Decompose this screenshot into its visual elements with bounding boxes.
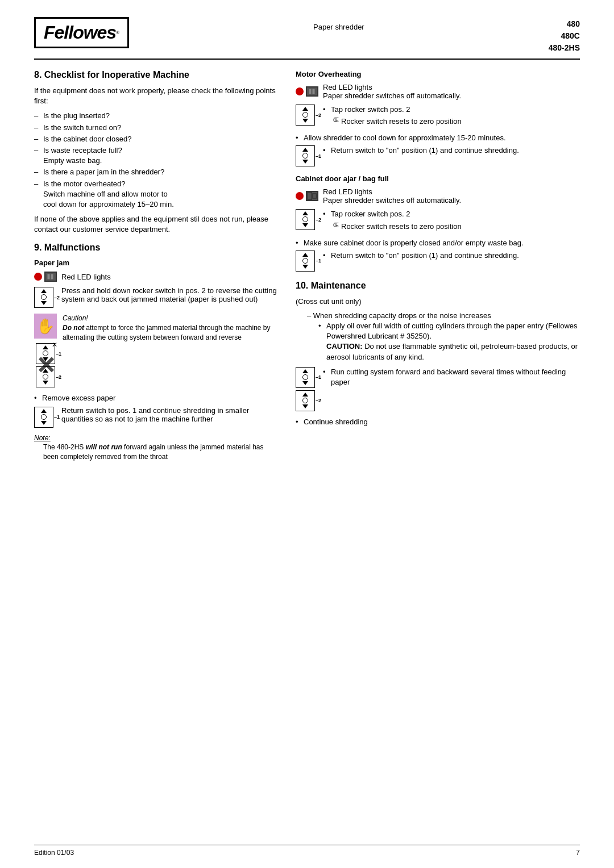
cabinet-switch-body2: –1: [296, 251, 315, 272]
logo-text: Fellowes: [44, 22, 116, 43]
motor-led-icons: [296, 86, 318, 97]
maintenance-switch-num1: –1: [316, 374, 321, 380]
col-right: Motor Overheating Red LED lights Paper s…: [296, 70, 580, 466]
motor-led-text-block: Red LED lights Paper shredder switches o…: [323, 83, 461, 100]
header: Fellowes® Paper shredder 480 480C 480-2H…: [34, 17, 580, 60]
motor-arrow-down: [302, 119, 308, 123]
switch-circle3: [43, 374, 48, 379]
paper-jam-title: Paper jam: [34, 258, 279, 267]
motor-arrow-up: [302, 107, 308, 111]
hand-icon: ✋: [34, 314, 57, 339]
switch-circle2: [43, 350, 48, 356]
footer: Edition 01/03 7: [34, 845, 580, 857]
maintenance-switch-body1: –1: [296, 367, 315, 388]
caution-paragraph: Do not attempt to force the jammed mater…: [63, 323, 279, 343]
switch-with-num: –2: [34, 287, 53, 308]
footer-edition: Edition 01/03: [34, 849, 74, 857]
cabinet-step1-row: –2 Tap rocker switch pos. 2 Rocker switc…: [296, 209, 580, 232]
motor-arrow-up2: [302, 148, 308, 152]
motor-led-square: [306, 86, 318, 97]
section10-subtitle: (Cross cut unit only): [296, 297, 580, 307]
maintenance-arrow-down2: [302, 404, 308, 408]
page: Fellowes® Paper shredder 480 480C 480-2H…: [0, 0, 614, 868]
switch-circle: [41, 294, 47, 300]
section10-step3: Continue shredding: [296, 417, 580, 427]
motor-step1-sub: Rocker switch resets to zero position: [323, 117, 462, 126]
arrow-down-icon2: [43, 357, 48, 361]
model2: 480C: [549, 30, 580, 42]
header-product: Paper shredder: [313, 23, 364, 31]
maintenance-switch-num2: –2: [316, 398, 321, 403]
crossed-switch-icons: –1 –2 ✕: [36, 343, 55, 387]
header-center: Paper shredder: [313, 17, 364, 31]
arrow-down-icon4: [41, 421, 47, 425]
cabinet-arrow-down2: [302, 265, 308, 269]
red-led-icon: [34, 273, 42, 281]
cabinet-switch-num: –2: [316, 217, 321, 223]
caution-do-not: Do not: [63, 324, 84, 332]
section9-title: 9. Malfunctions: [34, 243, 279, 253]
motor-switch-num2: –1: [316, 153, 321, 159]
cabinet-led-text-block: Red LED lights Paper shredder switches o…: [323, 187, 461, 205]
motor-step2: Allow shredder to cool down for approxim…: [296, 133, 580, 143]
motor-step3-row: –1 Return switch to "on" position (1) an…: [296, 145, 580, 166]
motor-led-row: Red LED lights Paper shredder switches o…: [296, 83, 580, 100]
paperjam-step2: Remove excess paper: [34, 393, 279, 403]
note-text: The 480-2HS will not run forward again u…: [34, 443, 279, 462]
cabinet-switch-body: –2: [296, 209, 315, 230]
col-left: 8. Checklist for Inoperative Machine If …: [34, 70, 279, 466]
logo-area: Fellowes®: [34, 17, 129, 48]
cabinet-arrow-down: [302, 223, 308, 227]
switch-pos2-icon: –2: [34, 286, 56, 308]
maintenance-switch-circle: [302, 374, 308, 380]
svg-rect-5: [313, 194, 317, 198]
footer-page: 7: [576, 849, 580, 857]
caution-icons: ✋ –1: [34, 314, 57, 387]
cabinet-red-led: [296, 192, 304, 200]
arrow-down-icon3: [43, 381, 48, 385]
led-square-icon: [44, 272, 57, 282]
cabinet-step1-text-block: Tap rocker switch pos. 2 Rocker switch r…: [323, 209, 462, 232]
list-item: Is waste receptacle full?Empty waste bag…: [34, 145, 279, 166]
list-item: Is the cabinet door closed?: [34, 134, 279, 144]
switch-body4: –1: [34, 407, 53, 428]
switch-body3-wrap: –2: [36, 366, 55, 387]
maintenance-switch-stack: –1 –2: [296, 367, 315, 411]
note-block: Note: The 480-2HS will not run forward a…: [34, 433, 279, 462]
cabinet-switch-circle: [302, 216, 308, 222]
section9: 9. Malfunctions Paper jam Red LED lights: [34, 243, 279, 462]
section10-item1a: – When shredding capacity drops or the n…: [307, 311, 580, 320]
cabinet-step3-row: –1 Return switch to "on" position (1) an…: [296, 251, 580, 272]
section8-outro: If none of the above applies and the equ…: [34, 214, 279, 235]
maintenance-switch-icon: –1 –2: [296, 367, 317, 411]
svg-rect-0: [47, 274, 50, 279]
section10-caution-label: CAUTION:: [326, 342, 363, 350]
main-content: 8. Checklist for Inoperative Machine If …: [34, 70, 580, 466]
section10-caution-text: Do not use flammable synthetic oil, petr…: [326, 342, 578, 361]
led-icons: [34, 272, 57, 282]
motor-switch-pos2-icon: –2: [296, 105, 317, 126]
section10-item1b-wrap: Apply oil over full width of cutting cyl…: [307, 321, 580, 362]
model1: 480: [549, 18, 580, 30]
svg-rect-2: [309, 89, 312, 94]
paperjam-led-row: Red LED lights: [34, 272, 279, 282]
maintenance-arrow-up: [302, 369, 308, 373]
svg-rect-3: [312, 89, 315, 94]
switch-circle4: [41, 414, 47, 420]
switch-with-num2: –1: [34, 407, 53, 428]
motor-auto-off: Paper shredder switches off automaticall…: [323, 91, 461, 100]
cabinet-door-title: Cabinet door ajar / bag full: [296, 174, 580, 183]
arrow-up-icon: [41, 289, 47, 293]
section10-item1b: Apply oil over full width of cutting cyl…: [318, 321, 580, 362]
list-item: Is the plug inserted?: [34, 111, 279, 121]
cabinet-step3-text: Return switch to "on" position (1) and c…: [323, 251, 519, 261]
cabinet-arrow-up2: [302, 253, 308, 257]
switch-body3: –2: [36, 366, 55, 387]
list-item: Is the switch turned on?: [34, 123, 279, 133]
cabinet-step2: Make sure cabinet door is properly close…: [296, 238, 580, 248]
motor-step3-text: Return switch to "on" position (1) and c…: [323, 145, 519, 156]
section10: 10. Maintenance (Cross cut unit only) – …: [296, 281, 580, 427]
paperjam-led-text: Red LED lights: [61, 273, 111, 281]
header-right: 480 480C 480-2HS: [549, 17, 580, 54]
cabinet-step1-bullet: Tap rocker switch pos. 2: [323, 209, 462, 219]
